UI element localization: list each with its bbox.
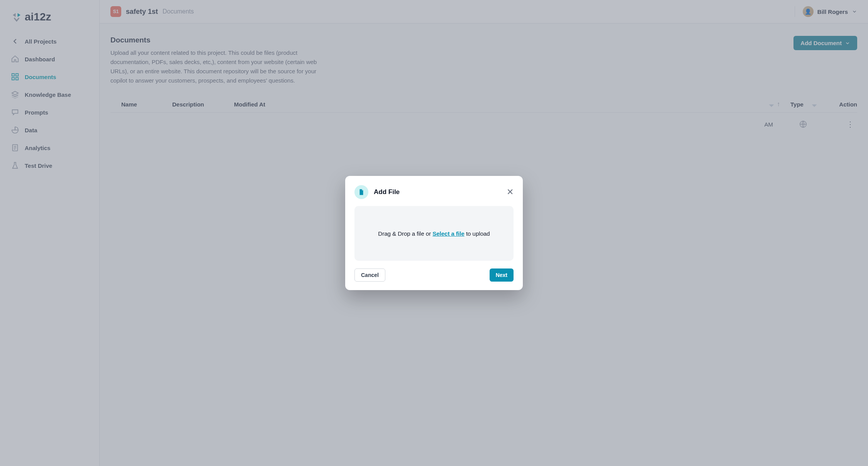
modal-title: Add File <box>374 188 400 196</box>
select-file-link[interactable]: Select a file <box>432 230 465 237</box>
close-button[interactable]: ✕ <box>507 188 514 196</box>
cancel-button[interactable]: Cancel <box>354 268 385 282</box>
drop-zone[interactable]: Drag & Drop a file or Select a file to u… <box>354 206 514 261</box>
next-button[interactable]: Next <box>490 268 514 282</box>
add-file-modal: Add File ✕ Drag & Drop a file or Select … <box>345 176 523 290</box>
drop-text-suffix: to upload <box>465 230 490 237</box>
file-icon <box>354 185 368 199</box>
modal-overlay[interactable]: Add File ✕ Drag & Drop a file or Select … <box>0 0 868 466</box>
drop-text-prefix: Drag & Drop a file or <box>378 230 432 237</box>
